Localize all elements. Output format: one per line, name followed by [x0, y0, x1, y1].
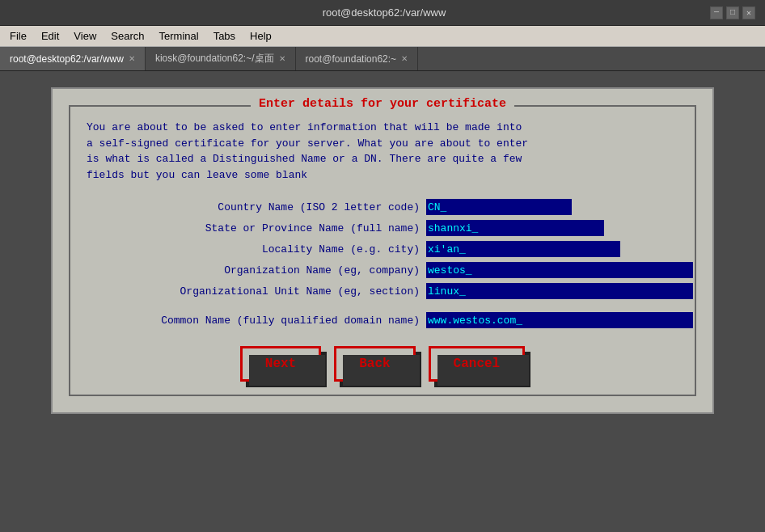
cancel-button[interactable]: Cancel: [429, 346, 526, 382]
title-bar: root@desktop62:/var/www ─ □ ✕: [0, 0, 765, 26]
menu-tabs[interactable]: Tabs: [207, 28, 242, 44]
field-org-input[interactable]: [426, 262, 693, 278]
dialog-body: You are about to be asked to enter infor…: [87, 120, 678, 183]
tab-0-label: root@desktop62:/var/www: [10, 53, 124, 65]
field-unit: Organizational Unit Name (eg, section): [87, 283, 678, 299]
menu-view[interactable]: View: [67, 28, 103, 44]
field-country: Country Name (ISO 2 letter code): [87, 199, 678, 215]
field-locality: Locality Name (e.g. city): [87, 241, 678, 257]
field-state: State or Province Name (full name): [87, 220, 678, 236]
body-line3: is what is called a Distinguished Name o…: [87, 151, 678, 167]
field-locality-label: Locality Name (e.g. city): [87, 243, 426, 255]
menu-edit[interactable]: Edit: [35, 28, 66, 44]
cancel-button-wrapper: Cancel: [429, 346, 526, 382]
menu-file[interactable]: File: [3, 28, 33, 44]
field-state-label: State or Province Name (full name): [87, 222, 426, 234]
field-org: Organization Name (eg, company): [87, 262, 678, 278]
tab-0-close[interactable]: ✕: [129, 54, 135, 63]
menu-search[interactable]: Search: [104, 28, 150, 44]
terminal-area: Enter details for your certificate You a…: [0, 71, 765, 532]
maximize-button[interactable]: □: [726, 6, 739, 19]
window-title: root@desktop62:/var/www: [58, 6, 710, 19]
field-org-label: Organization Name (eg, company): [87, 264, 426, 277]
dialog-border: Enter details for your certificate You a…: [69, 105, 696, 396]
tab-2[interactable]: root@foundation62:~ ✕: [296, 47, 419, 70]
tab-1[interactable]: kiosk@foundation62:~/桌面 ✕: [146, 47, 296, 70]
certificate-dialog: Enter details for your certificate You a…: [51, 87, 714, 414]
field-state-input[interactable]: [426, 220, 604, 236]
field-unit-input[interactable]: [426, 283, 693, 299]
dialog-title: Enter details for your certificate: [251, 97, 514, 111]
body-line1: You are about to be asked to enter infor…: [87, 120, 678, 136]
tab-1-label: kiosk@foundation62:~/桌面: [155, 52, 274, 65]
form-section: Country Name (ISO 2 letter code) State o…: [87, 199, 678, 299]
close-button[interactable]: ✕: [742, 6, 755, 19]
field-country-input[interactable]: [426, 199, 572, 215]
back-button-wrapper: Back: [334, 346, 415, 382]
field-common-name-label: Common Name (fully qualified domain name…: [87, 315, 426, 327]
field-common-name-input[interactable]: [426, 312, 693, 328]
window-controls[interactable]: ─ □ ✕: [710, 6, 755, 19]
body-line4: fields but you can leave some blank: [87, 167, 678, 184]
next-button-wrapper: Next: [240, 346, 321, 382]
menu-bar: File Edit View Search Terminal Tabs Help: [0, 26, 765, 47]
minimize-button[interactable]: ─: [710, 6, 723, 19]
field-locality-input[interactable]: [426, 241, 620, 257]
field-country-label: Country Name (ISO 2 letter code): [87, 201, 426, 213]
tab-2-label: root@foundation62:~: [306, 53, 397, 65]
menu-terminal[interactable]: Terminal: [153, 28, 205, 44]
field-unit-label: Organizational Unit Name (eg, section): [87, 285, 426, 298]
body-line2: a self-signed certificate for your serve…: [87, 136, 678, 152]
tab-2-close[interactable]: ✕: [401, 54, 408, 63]
field-common-name: Common Name (fully qualified domain name…: [87, 312, 678, 328]
menu-help[interactable]: Help: [243, 28, 278, 44]
button-row: Next Back Cancel: [87, 346, 678, 382]
next-button[interactable]: Next: [240, 346, 321, 382]
tab-1-close[interactable]: ✕: [279, 54, 285, 63]
tab-bar: root@desktop62:/var/www ✕ kiosk@foundati…: [0, 47, 765, 71]
tab-0[interactable]: root@desktop62:/var/www ✕: [0, 47, 146, 70]
back-button[interactable]: Back: [334, 346, 415, 382]
